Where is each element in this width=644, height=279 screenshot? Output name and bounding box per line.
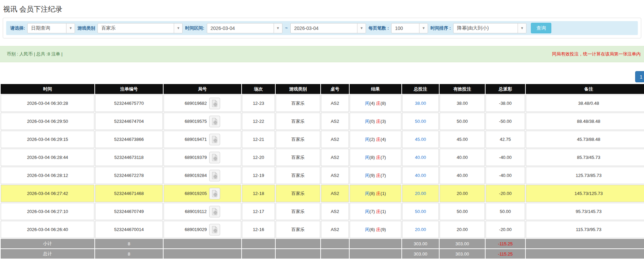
round-id-group: 689019682 <box>185 98 220 109</box>
cell-result: 闲(2) 庄(4) <box>350 131 401 148</box>
result-player-num: (8) <box>369 155 375 160</box>
cell-valid-bet: 20.00 <box>440 185 485 202</box>
cell-game-type: 百家乐 <box>276 221 320 238</box>
total-bet-link[interactable]: 50.00 <box>415 119 426 124</box>
film-document-icon <box>211 190 218 197</box>
cell-round: 689019471 <box>164 131 241 148</box>
subtotal-payout: -115.25 <box>486 239 525 248</box>
filter-panel: 请选择: 日期查询 ▼ 游戏类别 百家乐 ▼ 时间区间: 2026-03-04 … <box>3 18 641 38</box>
cell-time: 2026-03-04 06:26:40 <box>1 221 94 238</box>
sort-value: 降幂(由大到小) <box>454 23 518 33</box>
round-id-group: 689019029 <box>185 224 220 235</box>
cell-total-bet: 38.00 <box>402 95 439 112</box>
video-replay-button[interactable] <box>209 152 220 163</box>
cell-valid-bet: 40.00 <box>440 167 485 184</box>
time-range-label: 时间区间: <box>185 25 204 31</box>
round-id: 689019575 <box>185 119 207 124</box>
result-banker-num: (7) <box>381 155 386 160</box>
subtotal-label: 小计 <box>1 239 94 248</box>
video-replay-button[interactable] <box>209 116 220 127</box>
cell-valid-bet: 40.00 <box>440 149 485 166</box>
cell-total-bet: 50.00 <box>402 113 439 130</box>
total-bet-link[interactable]: 40.00 <box>415 155 426 160</box>
sort-select[interactable]: 降幂(由大到小) ▼ <box>453 23 526 33</box>
cell-game-type: 百家乐 <box>276 131 320 148</box>
cell-payout: -40.00 <box>486 149 525 166</box>
cell-session: 12-19 <box>242 167 275 184</box>
total-bet-link[interactable]: 45.00 <box>415 137 426 142</box>
film-document-icon <box>211 100 218 107</box>
total-bet-link[interactable]: 50.00 <box>415 209 426 214</box>
grand-total-valid-bet: 303.00 <box>440 249 485 259</box>
round-id: 689019682 <box>185 101 207 106</box>
cell-valid-bet: 50.00 <box>440 203 485 220</box>
cell-payout: -20.00 <box>486 185 525 202</box>
total-bet-link[interactable]: 20.00 <box>415 191 426 196</box>
result-player-label: 闲 <box>365 227 369 232</box>
page-size-label: 每页笔数 : <box>368 25 389 31</box>
video-replay-button[interactable] <box>209 170 220 181</box>
cell-remark: 85.73/45.73 <box>526 149 644 166</box>
cell-bet-id: 523244673866 <box>95 131 163 148</box>
game-type-select[interactable]: 百家乐 ▼ <box>97 23 183 33</box>
date-from-select[interactable]: 2026-03-04 ▼ <box>207 23 282 33</box>
page-size-select[interactable]: 100 ▼ <box>391 23 428 33</box>
result-banker-num: (7) <box>381 173 386 178</box>
round-id-group: 689019575 <box>185 116 220 127</box>
cell-remark: 95.73/145.73 <box>526 203 644 220</box>
cell-remark: 45.73/88.48 <box>526 131 644 148</box>
result-player-num: (4) <box>369 101 375 106</box>
query-type-select[interactable]: 日期查询 ▼ <box>27 23 75 33</box>
film-document-icon <box>211 136 218 143</box>
page-title: 视讯 会员下注纪录 <box>0 0 644 18</box>
cell-session: 12-20 <box>242 149 275 166</box>
cell-total-bet: 40.00 <box>402 149 439 166</box>
column-header-session: 场次 <box>242 84 275 94</box>
result-player-num: (9) <box>369 173 375 178</box>
cell-result: 闲(8) 庄(1) <box>350 185 401 202</box>
video-replay-button[interactable] <box>209 98 220 109</box>
total-bet-link[interactable]: 20.00 <box>415 227 426 232</box>
table-header-row: 时间 注单编号 局号 场次 游戏类别 桌号 结果 总投注 有效投注 总派彩 备注 <box>1 84 644 94</box>
total-bet-link[interactable]: 38.00 <box>415 101 426 106</box>
pagination-bar: 1 <box>0 62 644 83</box>
result-banker-label: 庄 <box>376 137 381 142</box>
result-banker-num: (4) <box>381 137 386 142</box>
round-id: 689019029 <box>185 227 207 232</box>
round-id-group: 689019284 <box>185 170 220 181</box>
round-id: 689019379 <box>185 155 207 160</box>
video-replay-button[interactable] <box>209 224 220 235</box>
cell-game-type: 百家乐 <box>276 95 320 112</box>
total-bet-link[interactable]: 40.00 <box>415 173 426 178</box>
video-replay-button[interactable] <box>209 134 220 145</box>
result-banker-label: 庄 <box>376 101 381 106</box>
cell-remark: 115.73/95.73 <box>526 221 644 238</box>
result-player-label: 闲 <box>365 209 369 214</box>
cell-payout: -38.00 <box>486 95 525 112</box>
date-from-value: 2026-03-04 <box>207 23 274 33</box>
result-player-num: (8) <box>369 191 375 196</box>
cell-result: 闲(6) 庄(9) <box>350 221 401 238</box>
range-tilde: ~ <box>285 26 288 31</box>
round-id: 689019205 <box>185 191 207 196</box>
result-player-label: 闲 <box>365 101 369 106</box>
cell-result: 闲(7) 庄(1) <box>350 203 401 220</box>
chevron-down-icon: ▼ <box>419 23 428 33</box>
video-replay-button[interactable] <box>209 188 220 199</box>
film-document-icon <box>211 172 218 179</box>
video-replay-button[interactable] <box>209 206 220 217</box>
cell-valid-bet: 50.00 <box>440 113 485 130</box>
date-to-select[interactable]: 2026-03-04 ▼ <box>290 23 366 33</box>
cell-total-bet: 20.00 <box>402 185 439 202</box>
cell-game-type: 百家乐 <box>276 167 320 184</box>
cell-total-bet: 50.00 <box>402 203 439 220</box>
cell-session: 12-23 <box>242 95 275 112</box>
column-header-result: 结果 <box>350 84 401 94</box>
page-1-button[interactable]: 1 <box>635 71 644 82</box>
grand-total-row: 总计 8 303.00 303.00 -115.25 <box>1 249 644 259</box>
cell-session: 12-21 <box>242 131 275 148</box>
search-button[interactable]: 查询 <box>531 23 551 33</box>
cell-round: 689019379 <box>164 149 241 166</box>
result-player-num: (7) <box>369 209 375 214</box>
chevron-down-icon: ▼ <box>66 23 75 33</box>
